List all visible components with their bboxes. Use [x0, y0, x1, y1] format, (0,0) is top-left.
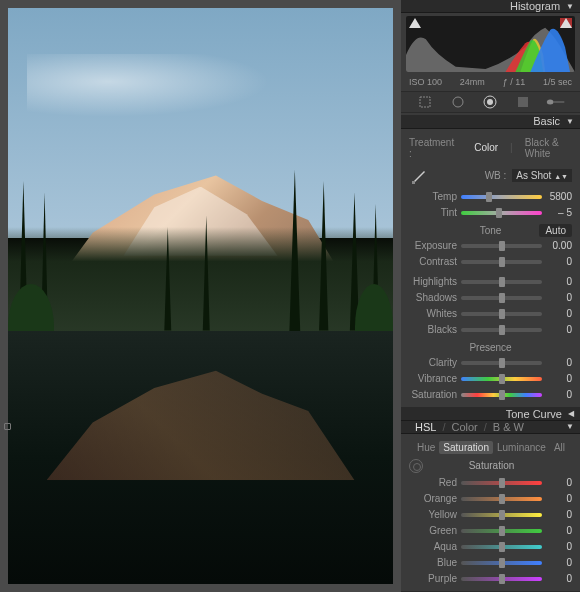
whites-value[interactable]: 0 — [546, 308, 572, 319]
green-label: Green — [409, 525, 457, 536]
preview-image[interactable] — [8, 8, 393, 584]
hsl-section: Hue Saturation Luminance All Saturation … — [401, 434, 580, 592]
clarity-slider[interactable] — [461, 361, 542, 365]
treatment-color-button[interactable]: Color — [470, 141, 502, 154]
vibrance-value[interactable]: 0 — [546, 373, 572, 384]
clarity-value[interactable]: 0 — [546, 357, 572, 368]
wb-preset-select[interactable]: As Shot ▲▼ — [512, 169, 572, 182]
treatment-label: Treatment : — [409, 137, 454, 159]
chevron-down-icon: ▼ — [566, 117, 574, 126]
yellow-slider[interactable] — [461, 513, 542, 517]
orange-value[interactable]: 0 — [546, 493, 572, 504]
basic-panel-header[interactable]: Basic ▼ — [401, 115, 580, 128]
treatment-bw-button[interactable]: Black & White — [521, 136, 572, 160]
histogram-chart[interactable] — [406, 16, 575, 72]
blacks-value[interactable]: 0 — [546, 324, 572, 335]
highlights-label: Highlights — [409, 276, 457, 287]
contrast-value[interactable]: 0 — [546, 256, 572, 267]
preview-area — [0, 0, 401, 592]
develop-panel: Histogram ▼ ISO 100 24mm ƒ / 11 1/5 sec … — [401, 0, 580, 592]
redeye-tool-icon[interactable] — [480, 92, 500, 112]
green-slider[interactable] — [461, 529, 542, 533]
whites-label: Whites — [409, 308, 457, 319]
aperture-value: ƒ / 11 — [503, 77, 526, 87]
tone-curve-title: Tone Curve — [506, 408, 562, 420]
blue-label: Blue — [409, 557, 457, 568]
purple-slider[interactable] — [461, 577, 542, 581]
clarity-label: Clarity — [409, 357, 457, 368]
target-adjust-icon[interactable] — [409, 459, 423, 473]
highlight-clip-indicator[interactable] — [560, 18, 572, 28]
svg-point-5 — [487, 99, 493, 105]
purple-label: Purple — [409, 573, 457, 584]
blacks-label: Blacks — [409, 324, 457, 335]
highlights-value[interactable]: 0 — [546, 276, 572, 287]
color-tab[interactable]: Color — [451, 421, 477, 433]
red-label: Red — [409, 477, 457, 488]
wb-label: WB : — [485, 170, 507, 181]
saturation-slider[interactable] — [461, 393, 542, 397]
chevron-left-icon: ◀ — [568, 409, 574, 418]
yellow-label: Yellow — [409, 509, 457, 520]
all-subtab[interactable]: All — [550, 441, 569, 454]
shadows-slider[interactable] — [461, 296, 542, 300]
luminance-subtab[interactable]: Luminance — [493, 441, 550, 454]
shadow-clip-indicator[interactable] — [409, 18, 421, 28]
tone-heading: Tone Auto — [409, 221, 572, 238]
orange-slider[interactable] — [461, 497, 542, 501]
vibrance-label: Vibrance — [409, 373, 457, 384]
white-balance-picker-icon[interactable] — [409, 166, 429, 186]
crop-tool-icon[interactable] — [415, 92, 435, 112]
tint-label: Tint — [409, 207, 457, 218]
bw-tab[interactable]: B & W — [493, 421, 524, 433]
shutter-value: 1/5 sec — [543, 77, 572, 87]
exposure-label: Exposure — [409, 240, 457, 251]
temp-slider[interactable] — [461, 195, 542, 199]
yellow-value[interactable]: 0 — [546, 509, 572, 520]
saturation-subtab[interactable]: Saturation — [439, 441, 493, 454]
chevron-down-icon: ▼ — [566, 422, 574, 431]
exposure-slider[interactable] — [461, 244, 542, 248]
auto-tone-button[interactable]: Auto — [539, 224, 572, 237]
vibrance-slider[interactable] — [461, 377, 542, 381]
spot-tool-icon[interactable] — [448, 92, 468, 112]
tool-strip — [401, 91, 580, 113]
blue-value[interactable]: 0 — [546, 557, 572, 568]
panel-toggle-icon[interactable] — [4, 423, 11, 430]
blacks-slider[interactable] — [461, 328, 542, 332]
whites-slider[interactable] — [461, 312, 542, 316]
hsl-panel-header[interactable]: HSL / Color / B & W ▼ — [401, 421, 580, 434]
aqua-value[interactable]: 0 — [546, 541, 572, 552]
hsl-mode-heading: Saturation — [433, 460, 550, 471]
tint-value[interactable]: – 5 — [546, 207, 572, 218]
green-value[interactable]: 0 — [546, 525, 572, 536]
purple-value[interactable]: 0 — [546, 573, 572, 584]
focal-value: 24mm — [460, 77, 485, 87]
saturation-value[interactable]: 0 — [546, 389, 572, 400]
temp-value[interactable]: 5800 — [546, 191, 572, 202]
aqua-slider[interactable] — [461, 545, 542, 549]
chevron-down-icon: ▼ — [566, 2, 574, 11]
exposure-value[interactable]: 0.00 — [546, 240, 572, 251]
basic-section: Treatment : Color | Black & White WB : A… — [401, 129, 580, 408]
hsl-tab[interactable]: HSL — [415, 421, 436, 433]
histogram-panel-header[interactable]: Histogram ▼ — [401, 0, 580, 13]
highlights-slider[interactable] — [461, 280, 542, 284]
basic-title: Basic — [533, 115, 560, 127]
red-value[interactable]: 0 — [546, 477, 572, 488]
svg-rect-2 — [420, 97, 430, 107]
svg-point-7 — [547, 100, 554, 105]
tone-curve-panel-header[interactable]: Tone Curve ◀ — [401, 408, 580, 421]
hue-subtab[interactable]: Hue — [413, 441, 439, 454]
presence-heading: Presence — [409, 338, 572, 355]
brush-tool-icon[interactable] — [546, 92, 566, 112]
svg-rect-6 — [518, 97, 528, 107]
tint-slider[interactable] — [461, 211, 542, 215]
red-slider[interactable] — [461, 481, 542, 485]
grad-filter-tool-icon[interactable] — [513, 92, 533, 112]
blue-slider[interactable] — [461, 561, 542, 565]
orange-label: Orange — [409, 493, 457, 504]
iso-value: ISO 100 — [409, 77, 442, 87]
shadows-value[interactable]: 0 — [546, 292, 572, 303]
contrast-slider[interactable] — [461, 260, 542, 264]
